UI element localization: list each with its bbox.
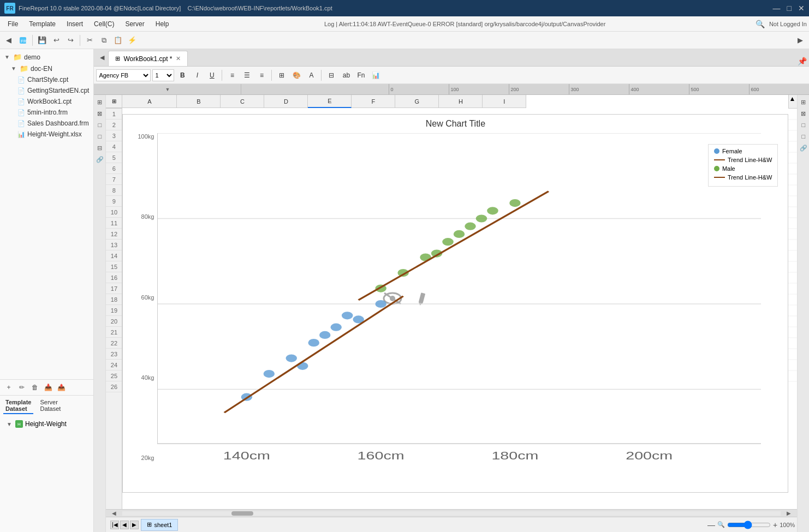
right-side-btn-1[interactable]: ⊞ — [799, 97, 808, 107]
legend-trendline-hw1: Trend Line-H&W — [714, 157, 772, 163]
row-24: 24 — [106, 360, 122, 370]
right-side-btn-5[interactable]: 🔗 — [799, 143, 808, 153]
col-scroll-up[interactable]: ▲ — [788, 95, 797, 109]
search-icon[interactable]: 🔍 — [756, 20, 765, 28]
h-scroll-track[interactable] — [122, 511, 781, 516]
zoom-bar: — 🔍 + 100% — [707, 521, 795, 529]
close-button[interactable]: ✕ — [798, 4, 805, 13]
toolbar-nav-left[interactable]: ◀ — [2, 34, 15, 47]
sheet-scroll-prev[interactable]: ◀ — [120, 521, 129, 529]
sheet-scroll-first[interactable]: |◀ — [110, 521, 119, 529]
dataset-item-heightweight[interactable]: ▼ H Height-Weight — [0, 419, 93, 429]
copy-button[interactable]: ⧉ — [97, 34, 110, 47]
toolbar-icon-btn[interactable]: FR — [16, 34, 29, 47]
fill-color-btn[interactable]: 🎨 — [290, 69, 303, 81]
dataset-edit-btn[interactable]: ✏ — [16, 382, 27, 393]
svg-point-43 — [331, 324, 342, 331]
sidebar-toggle-btn[interactable]: ◀ — [97, 52, 107, 62]
tab-close-workbook1[interactable]: ✕ — [176, 55, 181, 62]
minimize-button[interactable]: — — [773, 4, 781, 13]
menu-file[interactable]: File — [2, 18, 23, 30]
maximize-button[interactable]: □ — [787, 4, 792, 13]
tree-item-gettingstarted[interactable]: 📄 GettingStartedEN.cpt — [0, 85, 93, 96]
toolbar-right-btn[interactable]: ▶ — [794, 34, 807, 47]
h-scrollbar[interactable]: ◀ ▶ — [106, 509, 797, 517]
font-size-select[interactable]: 1 — [152, 69, 174, 81]
col-d[interactable]: D — [264, 95, 308, 108]
tree-item-workbook1[interactable]: 📄 WorkBook1.cpt — [0, 96, 93, 107]
side-btn-2[interactable]: ⊠ — [95, 109, 105, 118]
dataset-export-btn[interactable]: 📤 — [56, 382, 67, 393]
menu-insert[interactable]: Insert — [61, 18, 88, 30]
ruler-100: 100 — [449, 84, 509, 95]
row-5: 5 — [106, 152, 122, 163]
sheet-tab-sheet1[interactable]: ⊞ sheet1 — [141, 519, 178, 531]
save-button[interactable]: 💾 — [35, 34, 49, 47]
col-f[interactable]: F — [352, 95, 395, 108]
side-btn-3[interactable]: □ — [95, 120, 105, 130]
zoom-plus[interactable]: + — [773, 521, 777, 529]
side-btn-6[interactable]: 🔗 — [95, 154, 105, 164]
paste-button[interactable]: 📋 — [111, 34, 124, 47]
italic-button[interactable]: I — [191, 69, 204, 81]
menu-help[interactable]: Help — [150, 18, 175, 30]
dataset-delete-btn[interactable]: 🗑 — [29, 382, 40, 393]
format-button[interactable]: ⚡ — [126, 34, 139, 47]
tab-pin-btn[interactable]: 📌 — [797, 56, 807, 66]
wrap-btn[interactable]: ab — [340, 69, 353, 81]
dataset-tab-server[interactable]: ServerDataset — [38, 398, 63, 414]
fmt-sep-1 — [222, 70, 222, 81]
menu-server[interactable]: Server — [120, 18, 150, 30]
formula-btn[interactable]: Fn — [354, 69, 367, 81]
col-e[interactable]: E — [308, 95, 352, 108]
zoom-minus[interactable]: — — [707, 521, 715, 529]
dataset-tab-template[interactable]: TemplateDataset — [3, 398, 33, 414]
side-btn-5[interactable]: ⊟ — [95, 143, 105, 153]
side-btn-4[interactable]: □ — [95, 131, 105, 141]
col-h[interactable]: H — [439, 95, 483, 108]
right-side-btn-4[interactable]: □ — [799, 131, 808, 141]
sheet-scroll-next[interactable]: ▶ — [130, 521, 139, 529]
folder-icon-demo: 📁 — [13, 53, 22, 61]
right-side-btn-2[interactable]: ⊠ — [799, 109, 808, 118]
col-g[interactable]: G — [395, 95, 439, 108]
dataset-add-btn[interactable]: + — [3, 382, 14, 393]
merge-btn[interactable]: ⊟ — [325, 69, 338, 81]
align-center-btn[interactable]: ☰ — [240, 69, 253, 81]
tree-item-heightweight[interactable]: 📊 Height-Weight.xlsx — [0, 129, 93, 140]
tree-item-demo[interactable]: ▼ 📁 demo — [0, 51, 93, 63]
tree-item-doc-en[interactable]: ▼ 📁 doc-EN — [0, 63, 93, 74]
font-color-btn[interactable]: A — [305, 69, 318, 81]
zoom-slider[interactable] — [727, 521, 771, 529]
undo-button[interactable]: ↩ — [50, 34, 63, 47]
h-scroll-right[interactable]: ▶ — [781, 510, 797, 516]
align-right-btn[interactable]: ≡ — [255, 69, 268, 81]
ruler-500: 500 — [689, 84, 749, 95]
align-left-btn[interactable]: ≡ — [225, 69, 239, 81]
chart-floating-element[interactable]: New Chart Title 100kg 80kg 60kg 40kg 20k… — [122, 114, 788, 493]
dataset-expand-hw: ▼ — [7, 421, 13, 427]
menu-cell[interactable]: Cell(C) — [88, 18, 120, 30]
side-btn-1[interactable]: ⊞ — [95, 97, 105, 107]
redo-button[interactable]: ↪ — [64, 34, 77, 47]
tab-workbook1[interactable]: ⊞ WorkBook1.cpt * ✕ — [108, 51, 187, 66]
font-family-select[interactable]: Agency FB — [96, 69, 151, 81]
right-side-btn-3[interactable]: □ — [799, 120, 808, 130]
dataset-import-btn[interactable]: 📥 — [43, 382, 53, 393]
col-b[interactable]: B — [177, 95, 221, 108]
tree-item-5minintro[interactable]: 📄 5min-intro.frm — [0, 107, 93, 118]
col-a[interactable]: A — [122, 95, 177, 108]
menu-template[interactable]: Template — [23, 18, 61, 30]
cut-button[interactable]: ✂ — [83, 34, 96, 47]
grid-btn[interactable]: ⊞ — [275, 69, 288, 81]
legend-line-trend2 — [714, 177, 725, 178]
bold-button[interactable]: B — [176, 69, 189, 81]
row-2: 2 — [106, 119, 122, 130]
col-c[interactable]: C — [221, 95, 264, 108]
underline-button[interactable]: U — [205, 69, 218, 81]
col-i[interactable]: I — [483, 95, 526, 108]
h-scroll-left[interactable]: ◀ — [106, 510, 122, 516]
chart-btn[interactable]: 📊 — [369, 69, 382, 81]
tree-item-salesdashboard[interactable]: 📄 Sales Dashboard.frm — [0, 118, 93, 129]
tree-item-chartstyle[interactable]: 📄 ChartStyle.cpt — [0, 74, 93, 85]
